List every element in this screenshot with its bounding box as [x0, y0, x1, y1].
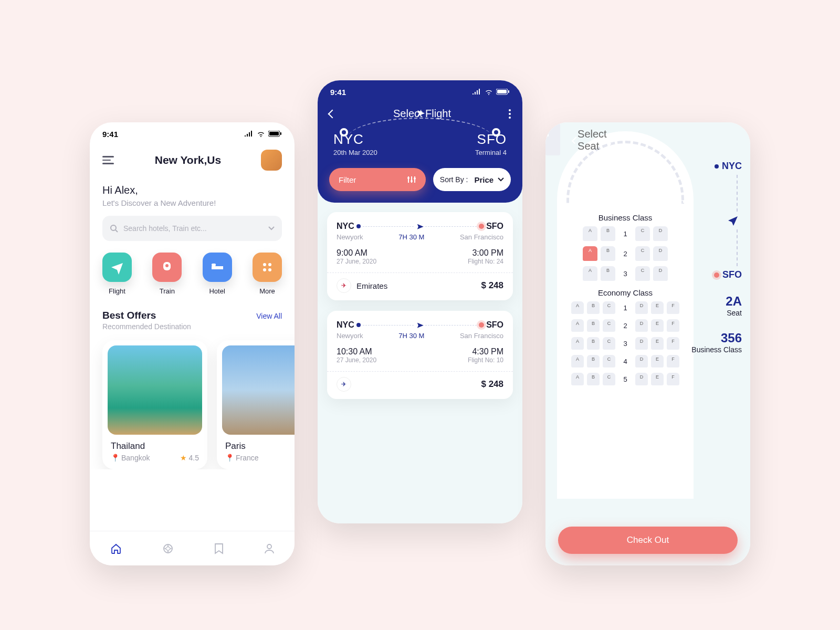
tab-home-icon[interactable] — [110, 543, 122, 554]
seat[interactable]: B — [587, 373, 600, 385]
arr-time: 4:30 PM — [468, 347, 503, 356]
dep-time: 9:00 AM — [337, 248, 376, 258]
route-display: NYC 20th Mar 2020 SFO Terminal 4 — [318, 127, 522, 156]
tab-bar — [90, 531, 295, 565]
seat[interactable]: D — [635, 301, 648, 314]
svg-point-10 — [268, 263, 271, 266]
category-train[interactable]: Train — [152, 253, 182, 295]
category-hotel[interactable]: Hotel — [203, 253, 232, 295]
seat[interactable]: C — [603, 337, 615, 350]
seat[interactable]: E — [651, 337, 664, 350]
seat-selected[interactable]: A — [583, 246, 597, 261]
seat[interactable]: B — [601, 246, 615, 261]
svg-rect-2 — [280, 132, 281, 135]
sort-button[interactable]: Sort By : Price — [433, 168, 511, 191]
seat[interactable]: E — [651, 355, 664, 368]
seat[interactable]: B — [587, 301, 600, 314]
category-more[interactable]: More — [253, 253, 282, 295]
dest-dot-icon — [479, 322, 484, 328]
offer-card-paris[interactable]: Paris 📍France — [217, 340, 295, 469]
seat[interactable]: A — [571, 355, 584, 368]
svg-rect-21 — [545, 132, 547, 138]
tab-bookmark-icon[interactable] — [214, 543, 224, 554]
offers-title: Best Offers — [102, 310, 191, 321]
offer-city: Bangkok — [121, 454, 150, 462]
seat[interactable]: C — [603, 301, 615, 314]
seat[interactable]: D — [653, 266, 668, 281]
seat[interactable]: D — [635, 373, 648, 385]
flight-list[interactable]: NYC SFO Newyork 7H 30 M San Francisco 9:… — [318, 188, 522, 523]
seat[interactable]: A — [571, 337, 584, 350]
seat[interactable]: D — [635, 355, 648, 368]
seat[interactable]: F — [667, 319, 679, 332]
seat[interactable]: D — [653, 226, 668, 241]
seat[interactable]: A — [583, 226, 597, 241]
seat[interactable]: B — [587, 355, 600, 368]
tab-profile-icon[interactable] — [264, 543, 275, 554]
seat[interactable]: C — [635, 246, 650, 261]
flight-card[interactable]: NYC SFO Newyork 7H 30 M San Francisco 9:… — [327, 212, 513, 300]
offer-card-thailand[interactable]: Thailand 📍Bangkok ★ 4.5 — [102, 340, 207, 469]
seat[interactable]: E — [651, 319, 664, 332]
seat[interactable]: D — [635, 319, 648, 332]
wifi-icon — [257, 131, 265, 137]
seat[interactable]: A — [571, 301, 584, 314]
flight-screen: 9:41 Select Flight NYC 20th Mar 2020 — [318, 80, 522, 523]
signal-icon — [472, 89, 481, 95]
seat[interactable]: F — [667, 373, 679, 385]
search-input[interactable]: Search hotels, Train etc... — [102, 216, 282, 241]
page-title: Select Seat — [578, 128, 609, 152]
home-screen: 9:41 New York,Us Hi Alex, Let's Discover… — [90, 122, 295, 565]
view-all-link[interactable]: View All — [256, 312, 282, 320]
seat[interactable]: E — [651, 373, 664, 385]
more-icon[interactable] — [609, 135, 611, 145]
seat-row: ABC4DEF — [564, 355, 686, 368]
greeting-sub: Let's Discover a New Adventure! — [90, 198, 295, 216]
seat[interactable]: F — [667, 301, 679, 314]
to-city: San Francisco — [460, 233, 503, 241]
seat[interactable]: C — [603, 373, 615, 385]
seat[interactable]: C — [635, 226, 650, 241]
more-icon[interactable] — [509, 109, 511, 119]
offers-subtitle: Recommended Destination — [102, 322, 191, 331]
menu-icon[interactable] — [102, 154, 115, 166]
category-label: More — [259, 287, 275, 295]
seat[interactable]: A — [583, 266, 597, 281]
origin-dot-icon — [715, 164, 719, 169]
seat-row: A B 2 C D — [564, 246, 686, 261]
seat[interactable]: D — [635, 337, 648, 350]
seat[interactable]: B — [587, 337, 600, 350]
seat[interactable]: C — [603, 355, 615, 368]
tab-explore-icon[interactable] — [162, 543, 174, 554]
flight-no: Flight No: 24 — [468, 258, 503, 265]
airline-name: Emirates — [356, 281, 387, 290]
status-bar: 9:41 — [318, 80, 522, 103]
signal-icon — [244, 131, 254, 137]
checkout-button[interactable]: Check Out — [558, 527, 738, 554]
to-code: SFO — [486, 222, 503, 231]
seat[interactable]: A — [571, 373, 584, 385]
chevron-down-icon — [268, 226, 275, 230]
class-label: Business Class — [691, 345, 742, 354]
status-icons — [545, 132, 549, 139]
seat[interactable]: A — [571, 319, 584, 332]
seat[interactable]: B — [601, 226, 615, 241]
seat[interactable]: B — [587, 319, 600, 332]
svg-rect-22 — [545, 133, 546, 137]
category-flight[interactable]: Flight — [102, 253, 132, 295]
seat[interactable]: E — [651, 301, 664, 314]
status-bar: 9:41 — [90, 122, 295, 145]
flight-card[interactable]: NYC SFO Newyork 7H 30 M San Francisco 10… — [327, 311, 513, 399]
seat[interactable]: D — [653, 246, 668, 261]
offers-list[interactable]: Thailand 📍Bangkok ★ 4.5 Paris 📍France — [90, 331, 295, 469]
svg-point-6 — [165, 264, 169, 267]
plane-icon — [110, 260, 124, 275]
seat[interactable]: C — [635, 266, 650, 281]
seat[interactable]: F — [667, 337, 679, 350]
seat[interactable]: F — [667, 355, 679, 368]
seat[interactable]: C — [603, 319, 615, 332]
avatar[interactable] — [261, 150, 282, 171]
seat[interactable]: B — [601, 266, 615, 281]
filter-button[interactable]: Filter — [329, 168, 426, 191]
from-city: Newyork — [337, 233, 363, 241]
